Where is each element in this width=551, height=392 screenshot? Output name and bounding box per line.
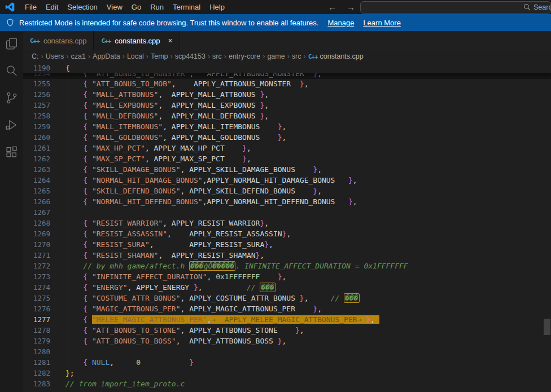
- code-line-1261[interactable]: 1261 { "MAX_HP_PCT", APPLY_MAX_HP_PCT },: [23, 143, 551, 153]
- line-content: { "RESIST_SHAMAN", APPLY_RESIST_SHAMAN},: [50, 250, 264, 261]
- menu-bar: FileEditSelectionViewGoRunTerminalHelp: [20, 2, 229, 12]
- code-line-1256[interactable]: 1256 { "MALL_ATTBONUS", APPLY_MALL_ATTBO…: [23, 89, 551, 100]
- code-line-1257[interactable]: 1257 { "MALL_EXPBONUS", APPLY_MALL_EXPBO…: [23, 100, 551, 111]
- code-line-1263[interactable]: 1263 { "SKILL_DAMAGE_BONUS", APPLY_SKILL…: [23, 164, 551, 175]
- code-line-1190: 1190{: [23, 63, 551, 73]
- code-line-1262[interactable]: 1262 { "MAX_SP_PCT", APPLY_MAX_SP_PCT },: [23, 153, 551, 164]
- line-number: 1257: [23, 100, 50, 111]
- line-number: 1283: [23, 378, 50, 389]
- breadcrumb-item-temp[interactable]: Temp: [151, 52, 168, 60]
- cpp-file-icon: C++: [30, 37, 40, 45]
- line-content: { "NORMAL_HIT_DAMAGE_BONUS",APPLY_NORMAL…: [50, 175, 357, 186]
- code-line-1279[interactable]: 1279 { "ATT_BONUS_TO_BOSS", APPLY_ATTBON…: [23, 336, 551, 346]
- chevron-right-icon: ›: [66, 52, 68, 60]
- line-content: { NULL, 0 }: [50, 357, 194, 368]
- menu-item-run[interactable]: Run: [146, 2, 168, 12]
- scrollbar-thumb[interactable]: [544, 319, 550, 335]
- code-line-1282[interactable]: 1282};: [23, 368, 551, 378]
- code-line-1271[interactable]: 1271 { "RESIST_SHAMAN", APPLY_RESIST_SHA…: [23, 250, 551, 261]
- line-number: 1282: [23, 368, 50, 378]
- breadcrumb-item-local[interactable]: Local: [127, 52, 144, 60]
- line-content: { "SKILL_DAMAGE_BONUS", APPLY_SKILL_DAMA…: [50, 164, 322, 175]
- line-content: { "MALL_DEFBONUS", APPLY_MALL_DEFBONUS }…: [50, 111, 269, 121]
- activity-bar: [0, 31, 23, 392]
- chevron-right-icon: ›: [287, 52, 290, 60]
- line-number: 1260: [23, 132, 50, 143]
- line-content: { "COSTUME_ATTR_BONUS", APPLY_COSTUME_AT…: [50, 293, 360, 303]
- code-line-1274[interactable]: 1274 { "ENERGY", APPLY_ENERGY }, // ���: [23, 282, 551, 293]
- line-number: 1281: [23, 357, 50, 368]
- line-content: // by mhh game/affect.h ���ģŐ�����. INFI…: [50, 261, 408, 271]
- code-line-1276[interactable]: 1276 { "MAGIC_ATTBONUS_PER", APPLY_MAGIC…: [23, 303, 551, 314]
- breadcrumb-item-appdata[interactable]: AppData: [93, 52, 120, 60]
- code-line-1272[interactable]: 1272 // by mhh game/affect.h ���ģŐ�����.…: [23, 261, 551, 271]
- tab-constants.cpp[interactable]: C++constants.cpp×: [94, 31, 180, 50]
- code-line-1266[interactable]: 1266 { "NORMAL_HIT_DEFEND_BONUS",APPLY_N…: [23, 196, 551, 207]
- line-content: { "INFINITE_AFFECT_DURATION", 0x1FFFFFFF…: [50, 271, 286, 282]
- run-and-debug-icon[interactable]: [5, 118, 19, 132]
- nav-forward-icon[interactable]: →: [342, 2, 360, 12]
- tab-constans.cpp[interactable]: C++constans.cpp: [23, 31, 94, 50]
- tab-bar: C++constans.cppC++constants.cpp×: [23, 31, 551, 50]
- line-content: [50, 346, 65, 357]
- code-line-1268[interactable]: 1268 { "RESIST_WARRIOR", APPLY_RESIST_WA…: [23, 218, 551, 228]
- workbench: C++constans.cppC++constants.cpp× C:›User…: [0, 31, 551, 392]
- menu-item-selection[interactable]: Selection: [63, 2, 102, 12]
- source-control-icon[interactable]: [5, 91, 19, 105]
- chevron-right-icon: ›: [88, 52, 90, 60]
- code-line-1275[interactable]: 1275 { "COSTUME_ATTR_BONUS", APPLY_COSTU…: [23, 293, 551, 303]
- explorer-icon[interactable]: [5, 37, 19, 51]
- line-number: 1272: [23, 261, 50, 271]
- line-number: 1276: [23, 303, 50, 314]
- code-line-1283[interactable]: 1283// from import_item_proto.c: [23, 378, 551, 389]
- garbled-text: ���: [344, 293, 359, 303]
- line-content: // from import_item_proto.c: [50, 378, 185, 389]
- breadcrumb-item-entrycore[interactable]: entry-core: [229, 52, 260, 60]
- breadcrumb-item-src[interactable]: src: [212, 52, 222, 60]
- breadcrumb-file[interactable]: C++constants.cpp: [308, 52, 364, 60]
- breadcrumb-item-c[interactable]: C:: [32, 52, 39, 60]
- sticky-scroll-line[interactable]: 1190{: [23, 63, 551, 73]
- menu-item-file[interactable]: File: [20, 2, 41, 12]
- search-box[interactable]: Search: [360, 1, 551, 14]
- code-line-1277[interactable]: 1277 { "MELEE_MAGIC_ATTBONUS_PER",→ APPL…: [23, 314, 551, 325]
- chevron-right-icon: ›: [304, 52, 306, 60]
- close-icon[interactable]: ×: [168, 37, 173, 45]
- code-line-1265[interactable]: 1265 { "SKILL_DEFEND_BONUS", APPLY_SKILL…: [23, 186, 551, 196]
- code-line-1269[interactable]: 1269 { "RESIST_ASSASSIN", APPLY_RESIST_A…: [23, 228, 551, 239]
- breadcrumb-item-users[interactable]: Users: [46, 52, 64, 60]
- menu-item-terminal[interactable]: Terminal: [168, 2, 205, 12]
- breadcrumb-item-game[interactable]: game: [267, 52, 285, 60]
- menu-item-go[interactable]: Go: [127, 2, 146, 12]
- menu-item-help[interactable]: Help: [205, 2, 229, 12]
- menu-item-edit[interactable]: Edit: [41, 2, 63, 12]
- code-line-1280[interactable]: 1280: [23, 346, 551, 357]
- line-number: 1262: [23, 153, 50, 164]
- title-bar: FileEditSelectionViewGoRunTerminalHelp ←…: [0, 0, 551, 14]
- code-line-1259[interactable]: 1259 { "MALL_ITEMBONUS", APPLY_MALL_ITEM…: [23, 121, 551, 132]
- line-number: 1259: [23, 121, 50, 132]
- code-line-1270[interactable]: 1270 { "RESIST_SURA", APPLY_RESIST_SURA}…: [23, 239, 551, 250]
- code-line-1255[interactable]: 1255 { "ATT_BONUS_TO_MOB", APPLY_ATTBONU…: [23, 78, 551, 89]
- search-icon[interactable]: [5, 64, 19, 78]
- banner-link-learn-more[interactable]: Learn More: [363, 19, 400, 27]
- menu-item-view[interactable]: View: [102, 2, 127, 12]
- code-line-1281[interactable]: 1281 { NULL, 0 }: [23, 357, 551, 368]
- extensions-icon[interactable]: [5, 145, 19, 159]
- breadcrumb-item-src[interactable]: src: [292, 52, 301, 60]
- breadcrumb-item-cza1[interactable]: cza1: [71, 52, 86, 60]
- nav-back-icon[interactable]: ←: [323, 2, 342, 12]
- code-line-1267[interactable]: 1267: [23, 207, 551, 218]
- banner-link-manage[interactable]: Manage: [327, 19, 354, 27]
- garbled-text: ���: [260, 283, 275, 292]
- code-line-1264[interactable]: 1264 { "NORMAL_HIT_DAMAGE_BONUS",APPLY_N…: [23, 175, 551, 186]
- code-line-1258[interactable]: 1258 { "MALL_DEFBONUS", APPLY_MALL_DEFBO…: [23, 111, 551, 121]
- breadcrumb-item-scp44153[interactable]: scp44153: [175, 52, 205, 60]
- code-line-1260[interactable]: 1260 { "MALL_GOLDBONUS", APPLY_MALL_GOLD…: [23, 132, 551, 143]
- code-editor[interactable]: 1254 { "ATT_BONUS_TO_MONSTER", APPLY_ATT…: [23, 63, 551, 392]
- garbled-text: ���ģŐ�����: [189, 261, 235, 271]
- code-line-1278[interactable]: 1278 { "ATT_BONUS_TO_STONE", APPLY_ATTBO…: [23, 325, 551, 336]
- code-line-1273[interactable]: 1273 { "INFINITE_AFFECT_DURATION", 0x1FF…: [23, 271, 551, 282]
- line-number: 1263: [23, 164, 50, 175]
- line-content: { "MALL_EXPBONUS", APPLY_MALL_EXPBONUS }…: [50, 100, 269, 111]
